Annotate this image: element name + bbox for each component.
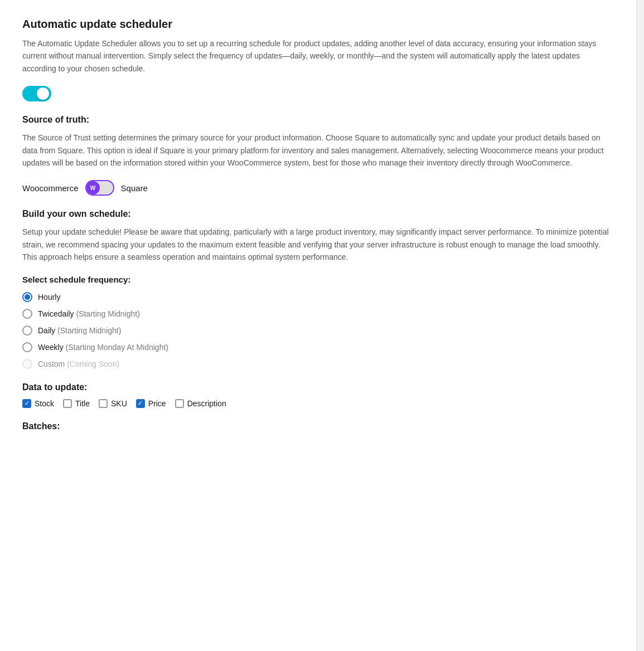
build-schedule-description: Setup your update schedule! Please be aw…	[22, 226, 614, 263]
checkbox-row: Stock Title SKU Pric	[22, 399, 614, 408]
radio-item-weekly[interactable]: Weekly (Starting Monday At Midnight)	[22, 342, 614, 352]
checkbox-label-price: Price	[148, 399, 166, 408]
auto-update-description: The Automatic Update Scheduler allows yo…	[22, 37, 614, 75]
square-label: Square	[121, 183, 148, 193]
main-content: Automatic update scheduler The Automatic…	[0, 0, 636, 651]
source-of-truth-title: Source of truth:	[22, 115, 614, 125]
data-to-update-title: Data to update:	[22, 382, 614, 392]
radio-label-hourly: Hourly	[38, 293, 60, 302]
checkbox-sku	[99, 399, 108, 408]
schedule-frequency-section: Select schedule frequency: Hourly Twiced…	[22, 275, 614, 369]
radio-group: Hourly Twicedaily (Starting Midnight)	[22, 292, 614, 369]
checkbox-price	[136, 399, 145, 408]
checkbox-item-description[interactable]: Description	[175, 399, 226, 408]
woo-knob: W	[86, 181, 100, 195]
batches-section: Batches:	[22, 421, 614, 431]
radio-item-custom[interactable]: Custom (Coming Soon)	[22, 359, 614, 369]
page-container: Automatic update scheduler The Automatic…	[0, 0, 644, 651]
radio-sublabel-daily: (Starting Midnight)	[57, 326, 121, 335]
auto-update-toggle-container	[22, 86, 614, 101]
schedule-frequency-label: Select schedule frequency:	[22, 275, 614, 284]
build-schedule-section: Build your own schedule: Setup your upda…	[22, 209, 614, 263]
auto-update-title: Automatic update scheduler	[22, 18, 614, 31]
radio-label-twicedaily: Twicedaily (Starting Midnight)	[38, 309, 140, 318]
radio-circle-daily	[22, 326, 32, 336]
checkbox-item-price[interactable]: Price	[136, 399, 166, 408]
scrollbar-track[interactable]	[636, 0, 644, 651]
checkbox-stock	[22, 399, 31, 408]
batches-title: Batches:	[22, 421, 614, 431]
radio-label-custom: Custom (Coming Soon)	[38, 359, 119, 368]
woocommerce-label: Woocommerce	[22, 183, 79, 193]
checkbox-item-title[interactable]: Title	[63, 399, 90, 408]
data-to-update-section: Data to update: Stock Title SKU	[22, 382, 614, 408]
radio-circle-twicedaily	[22, 309, 32, 319]
woo-square-slider: W	[85, 180, 114, 196]
radio-label-daily: Daily (Starting Midnight)	[38, 326, 121, 335]
checkbox-label-sku: SKU	[111, 399, 127, 408]
radio-sublabel-twicedaily: (Starting Midnight)	[76, 309, 139, 318]
radio-sublabel-custom: (Coming Soon)	[67, 359, 119, 368]
source-of-truth-toggle[interactable]: W	[85, 180, 114, 196]
checkbox-item-stock[interactable]: Stock	[22, 399, 54, 408]
source-of-truth-description: The Source of Trust setting determines t…	[22, 132, 614, 169]
radio-circle-custom	[22, 359, 32, 369]
radio-circle-weekly	[22, 342, 32, 352]
radio-item-hourly[interactable]: Hourly	[22, 292, 614, 302]
auto-update-section: Automatic update scheduler The Automatic…	[22, 18, 614, 101]
radio-label-weekly: Weekly (Starting Monday At Midnight)	[38, 343, 168, 352]
toggle-slider	[22, 86, 51, 101]
checkbox-label-title: Title	[75, 399, 90, 408]
checkbox-description	[175, 399, 184, 408]
checkbox-label-stock: Stock	[35, 399, 54, 408]
radio-sublabel-weekly: (Starting Monday At Midnight)	[66, 343, 168, 352]
radio-item-twicedaily[interactable]: Twicedaily (Starting Midnight)	[22, 309, 614, 319]
auto-update-toggle[interactable]	[22, 86, 51, 101]
checkbox-label-description: Description	[187, 399, 226, 408]
source-of-truth-section: Source of truth: The Source of Trust set…	[22, 115, 614, 196]
source-toggle-row: Woocommerce W Square	[22, 180, 614, 196]
checkbox-item-sku[interactable]: SKU	[99, 399, 127, 408]
checkbox-title	[63, 399, 72, 408]
radio-item-daily[interactable]: Daily (Starting Midnight)	[22, 326, 614, 336]
build-schedule-title: Build your own schedule:	[22, 209, 614, 219]
radio-circle-hourly	[22, 292, 32, 302]
